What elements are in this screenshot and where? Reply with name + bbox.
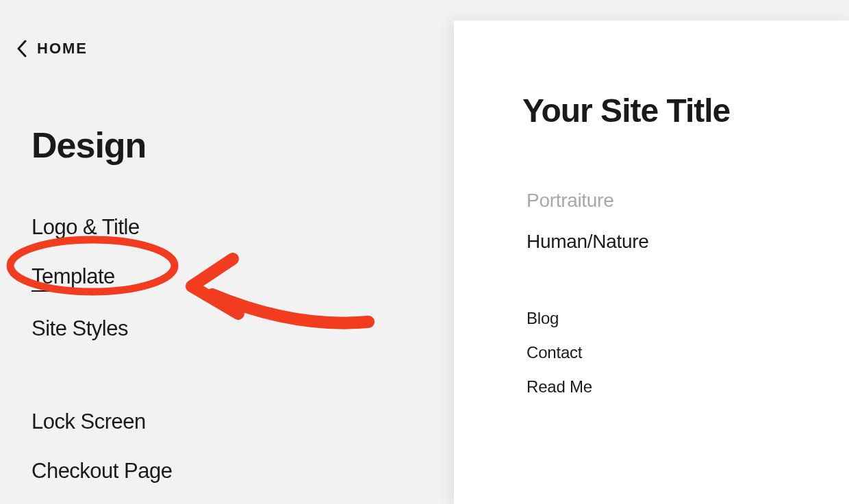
nav-item-contact[interactable]: Contact <box>527 343 849 362</box>
nav-primary-group: Portraiture Human/Nature <box>454 129 849 253</box>
menu-group-appearance: Logo & Title Template Site Styles <box>0 166 454 366</box>
menu-item-lock-screen[interactable]: Lock Screen <box>31 410 146 434</box>
sidebar-panel: HOME Design Logo & Title Template Site S… <box>0 0 454 504</box>
menu-item-checkout-page[interactable]: Checkout Page <box>31 459 172 483</box>
menu-group-pages: Lock Screen Checkout Page Not Found / 40… <box>0 366 454 504</box>
nav-item-portraiture[interactable]: Portraiture <box>527 190 849 212</box>
menu-item-site-styles[interactable]: Site Styles <box>31 316 128 341</box>
back-label: HOME <box>37 40 88 58</box>
menu-item-template[interactable]: Template <box>31 264 115 292</box>
site-preview-panel: Your Site Title Portraiture Human/Nature… <box>454 21 849 504</box>
menu-item-logo-title[interactable]: Logo & Title <box>31 215 140 240</box>
nav-item-human-nature[interactable]: Human/Nature <box>527 231 849 253</box>
site-title[interactable]: Your Site Title <box>454 21 849 129</box>
nav-item-read-me[interactable]: Read Me <box>527 377 849 396</box>
nav-item-blog[interactable]: Blog <box>527 309 849 328</box>
back-button[interactable]: HOME <box>0 0 454 58</box>
chevron-left-icon <box>16 40 27 58</box>
nav-secondary-group: Blog Contact Read Me <box>454 272 849 396</box>
section-title: Design <box>0 58 454 166</box>
